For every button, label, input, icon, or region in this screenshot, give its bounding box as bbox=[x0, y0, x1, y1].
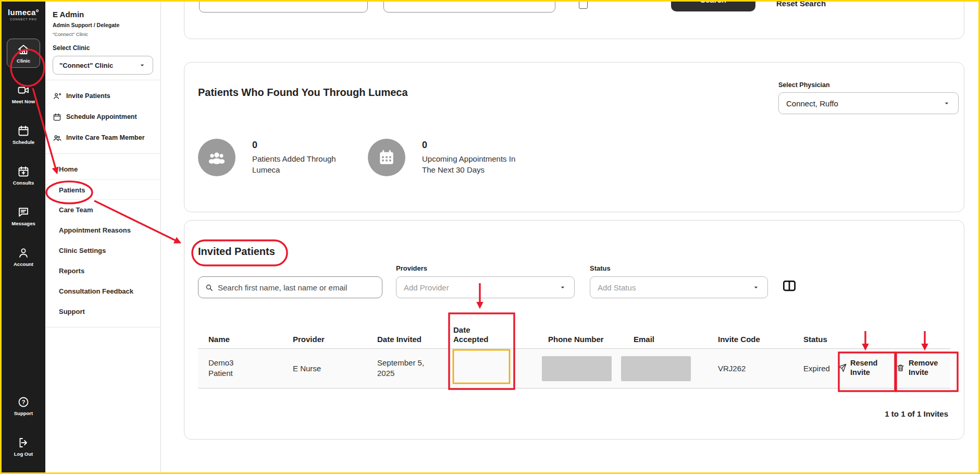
resend-invite-label: Resend Invite bbox=[850, 358, 882, 377]
rail-item-schedule[interactable]: Schedule bbox=[7, 120, 40, 149]
calendar-circle-icon bbox=[368, 139, 405, 176]
icon-rail: lumeca° CONNECT PRO Clinic Meet Now Sche… bbox=[2, 2, 45, 472]
sidebar-item-home[interactable]: Home bbox=[45, 159, 160, 179]
remove-invite-button[interactable]: Remove Invite bbox=[896, 358, 940, 377]
reset-search-button[interactable]: Reset Search bbox=[776, 2, 826, 8]
invite-patients-label: Invite Patients bbox=[66, 92, 110, 100]
sidebar-item-invite-care-team[interactable]: Invite Care Team Member bbox=[45, 127, 160, 148]
select-clinic-label: Select Clinic bbox=[53, 44, 153, 52]
rail-label-support: Support bbox=[14, 410, 33, 416]
logo-subtitle: CONNECT PRO bbox=[8, 18, 39, 21]
header-invite-code: Invite Code bbox=[718, 335, 760, 344]
providers-label: Providers bbox=[396, 264, 427, 272]
calendar-icon bbox=[17, 125, 30, 137]
cell-email-redacted bbox=[621, 356, 691, 381]
stat-value: 0 bbox=[252, 140, 349, 151]
invited-search-box bbox=[198, 276, 382, 298]
sidebar-divider bbox=[45, 80, 160, 80]
question-icon: ? bbox=[17, 396, 30, 408]
logo-title: lumeca° bbox=[8, 8, 39, 17]
user-clinic: "Connect" Clinic bbox=[53, 31, 153, 37]
physician-dropdown[interactable]: Connect, Ruffo bbox=[778, 92, 959, 114]
column-settings-icon[interactable] bbox=[781, 278, 797, 294]
person-plus-icon bbox=[53, 92, 61, 101]
app-root: lumeca° CONNECT PRO Clinic Meet Now Sche… bbox=[0, 0, 980, 474]
chevron-down-icon bbox=[942, 99, 951, 107]
stat-label: Upcoming Appointments In The Next 30 Day… bbox=[422, 154, 529, 175]
svg-text:?: ? bbox=[22, 398, 26, 405]
chat-icon bbox=[17, 206, 30, 218]
remove-invite-label: Remove Invite bbox=[909, 358, 940, 377]
home-icon bbox=[17, 43, 30, 56]
cell-name: Demo3 Patient bbox=[208, 358, 253, 379]
search-field-1[interactable] bbox=[199, 2, 368, 13]
people-icon bbox=[53, 133, 61, 142]
rail-label-clinic: Clinic bbox=[17, 58, 30, 64]
header-status: Status bbox=[803, 335, 827, 344]
sidebar-item-appointment-reasons[interactable]: Appointment Reasons bbox=[45, 220, 160, 240]
header-name: Name bbox=[208, 335, 230, 344]
rail-item-support[interactable]: ? Support bbox=[7, 391, 40, 420]
provider-dropdown-placeholder: Add Provider bbox=[404, 283, 449, 292]
rail-label-messages: Messages bbox=[11, 221, 35, 226]
resend-invite-button[interactable]: Resend Invite bbox=[838, 358, 882, 377]
user-role: Admin Support / Delegate bbox=[53, 22, 153, 28]
rail-label-log-out: Log Out bbox=[14, 451, 33, 457]
sidebar-divider bbox=[45, 153, 160, 154]
select-physician-label: Select Physician bbox=[778, 81, 959, 89]
clinic-dropdown-value: "Connect" Clinic bbox=[59, 62, 113, 69]
sidebar-item-schedule-appointment[interactable]: Schedule Appointment bbox=[45, 106, 160, 127]
table-row: Demo3 Patient E Nurse September 5, 2025 … bbox=[198, 349, 950, 388]
rail-item-log-out[interactable]: Log Out bbox=[7, 432, 40, 461]
sidebar-item-support[interactable]: Support bbox=[45, 301, 160, 322]
status-label: Status bbox=[590, 264, 611, 272]
rail-item-messages[interactable]: Messages bbox=[7, 201, 40, 230]
cell-status: Expired bbox=[803, 363, 830, 374]
person-icon bbox=[17, 247, 30, 259]
people-circle-icon bbox=[198, 139, 235, 176]
rail-item-consults[interactable]: Consults bbox=[7, 161, 40, 190]
search-icon bbox=[205, 283, 214, 292]
sidebar: E Admin Admin Support / Delegate "Connec… bbox=[45, 2, 161, 472]
rail-label-schedule: Schedule bbox=[13, 139, 34, 145]
sidebar-item-patients[interactable]: Patients bbox=[45, 179, 160, 200]
calendar-icon bbox=[53, 113, 61, 121]
stat-value: 0 bbox=[422, 140, 529, 151]
stat-label: Patients Added Through Lumeca bbox=[252, 154, 349, 175]
rail-label-meet-now: Meet Now bbox=[12, 99, 35, 104]
search-panel-card: Search Reset Search bbox=[184, 2, 964, 39]
search-button[interactable]: Search bbox=[671, 2, 755, 11]
physician-dropdown-value: Connect, Ruffo bbox=[786, 99, 838, 108]
calendar-plus-icon bbox=[17, 165, 30, 178]
logout-icon bbox=[17, 436, 30, 449]
search-field-2[interactable] bbox=[383, 2, 555, 13]
provider-dropdown[interactable]: Add Provider bbox=[396, 276, 575, 298]
header-date-invited: Date Invited bbox=[377, 335, 421, 344]
stat-upcoming-appointments: 0 Upcoming Appointments In The Next 30 D… bbox=[368, 139, 529, 176]
rail-item-account[interactable]: Account bbox=[7, 242, 40, 271]
clinic-dropdown[interactable]: "Connect" Clinic bbox=[53, 56, 153, 75]
header-email: Email bbox=[634, 335, 654, 344]
chevron-down-icon bbox=[559, 283, 567, 291]
sidebar-item-consultation-feedback[interactable]: Consultation Feedback bbox=[45, 281, 160, 301]
sidebar-item-care-team[interactable]: Care Team bbox=[45, 200, 160, 220]
lumeca-logo: lumeca° CONNECT PRO bbox=[8, 8, 39, 21]
sidebar-item-clinic-settings[interactable]: Clinic Settings bbox=[45, 240, 160, 261]
invited-search-input[interactable] bbox=[218, 283, 376, 292]
header-date-accepted: Date Accepted bbox=[453, 325, 500, 344]
schedule-appointment-label: Schedule Appointment bbox=[66, 113, 137, 120]
rail-item-clinic[interactable]: Clinic bbox=[7, 39, 40, 68]
filter-checkbox[interactable] bbox=[579, 2, 588, 9]
rail-item-meet-now[interactable]: Meet Now bbox=[7, 79, 40, 108]
stats-card-title: Patients Who Found You Through Lumeca bbox=[198, 87, 408, 99]
invited-patients-card: Invited Patients Providers Add Provider … bbox=[184, 220, 964, 440]
chevron-down-icon bbox=[138, 61, 146, 69]
select-physician-group: Select Physician Connect, Ruffo bbox=[778, 81, 959, 114]
trash-icon bbox=[896, 363, 905, 372]
sidebar-item-reports[interactable]: Reports bbox=[45, 261, 160, 281]
status-dropdown[interactable]: Add Status bbox=[590, 276, 768, 298]
sidebar-item-invite-patients[interactable]: Invite Patients bbox=[45, 86, 160, 106]
header-phone: Phone Number bbox=[548, 335, 604, 344]
invited-patients-title: Invited Patients bbox=[198, 246, 275, 258]
chevron-down-icon bbox=[752, 283, 760, 291]
